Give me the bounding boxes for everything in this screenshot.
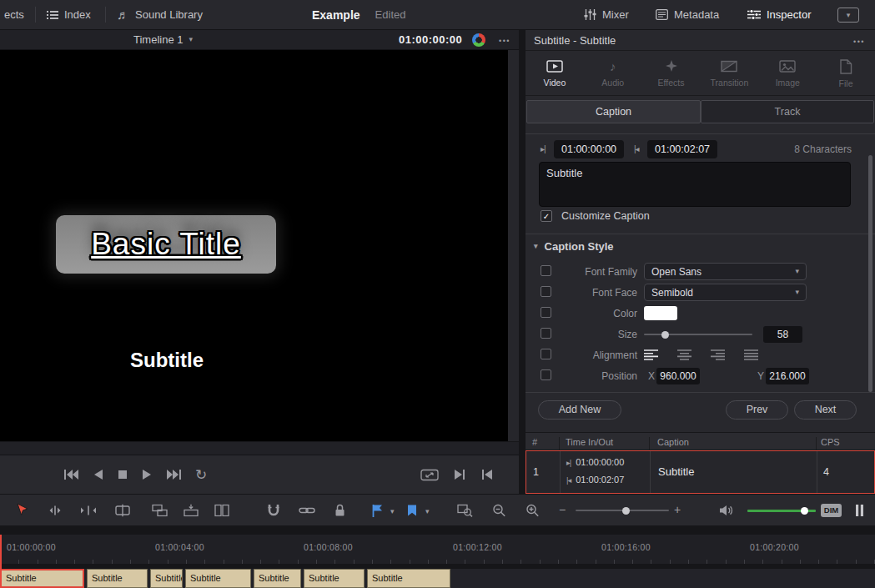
volume-slider-knob[interactable] bbox=[801, 507, 808, 515]
viewer-options-menu[interactable]: ••• bbox=[499, 37, 510, 45]
image-icon bbox=[779, 59, 796, 73]
overwrite-clip-button[interactable] bbox=[184, 504, 199, 516]
color-checkbox[interactable] bbox=[541, 307, 551, 318]
inspector-options-menu[interactable]: ••• bbox=[853, 38, 865, 46]
video-canvas[interactable]: Basic Title Subtitle bbox=[0, 50, 508, 441]
audio-monitor-button[interactable] bbox=[719, 505, 733, 516]
snapping-button[interactable] bbox=[267, 504, 280, 517]
position-lock-button[interactable] bbox=[334, 504, 346, 517]
align-right-button[interactable] bbox=[711, 349, 725, 360]
replace-clip-button[interactable] bbox=[214, 504, 229, 516]
font-face-select[interactable]: Semibold ▾ bbox=[644, 284, 807, 301]
first-frame-button[interactable] bbox=[63, 469, 79, 480]
inspector-panel-toggle[interactable]: Inspector bbox=[747, 0, 811, 29]
position-y-field[interactable]: 216.000 bbox=[766, 368, 809, 384]
customize-caption-row: ✓ Customize Caption bbox=[541, 210, 650, 222]
metadata-label: Metadata bbox=[674, 8, 719, 21]
time-in-field[interactable]: 01:00:00:00 bbox=[554, 140, 624, 158]
davinci-resolve-window: ects Index ♬ Sound Library Example Edite… bbox=[0, 0, 875, 588]
effects-panel-toggle[interactable]: ects bbox=[4, 0, 24, 29]
caption-table-row-selected[interactable]: 1 ▸| 01:00:00:00 |◂ 01:00:02:07 Subtitle… bbox=[526, 450, 875, 494]
align-center-button[interactable] bbox=[677, 349, 691, 360]
prev-button[interactable]: Prev bbox=[726, 400, 788, 420]
color-swatch[interactable] bbox=[644, 306, 677, 320]
full-extent-zoom-button[interactable] bbox=[457, 504, 473, 517]
zoom-slider-plus[interactable]: + bbox=[674, 504, 681, 515]
subtitle-clip[interactable]: Subtitle bbox=[254, 569, 301, 588]
inspector-header: Subtitle - Subtitle ••• bbox=[526, 30, 875, 51]
inspector-scrollbar-thumb[interactable] bbox=[868, 155, 872, 392]
panel-dropdown-icon[interactable]: ▾ bbox=[837, 8, 859, 23]
subtitle-clip[interactable]: Subtitle bbox=[367, 569, 450, 588]
sound-library-toggle[interactable]: ♬ Sound Library bbox=[117, 0, 203, 29]
stop-button[interactable] bbox=[118, 470, 128, 480]
blade-edit-mode-button[interactable] bbox=[115, 504, 130, 516]
font-face-checkbox[interactable] bbox=[541, 286, 551, 297]
tab-image[interactable]: Image bbox=[763, 59, 812, 88]
dynamic-trim-mode-button[interactable] bbox=[80, 504, 97, 516]
insert-clip-button[interactable] bbox=[152, 504, 168, 516]
next-button[interactable]: Next bbox=[794, 400, 857, 420]
tim eline-selector[interactable]: Timeline 1 ▾ bbox=[133, 33, 193, 46]
zoom-slider-minus[interactable]: − bbox=[559, 504, 566, 515]
add-marker-button[interactable] bbox=[407, 504, 417, 516]
caption-text-input[interactable]: Subtitle bbox=[539, 162, 851, 207]
size-value-field[interactable]: 58 bbox=[763, 326, 802, 343]
font-family-select[interactable]: Open Sans ▾ bbox=[644, 263, 807, 280]
flag-color-dropdown[interactable]: ▾ bbox=[390, 507, 395, 515]
detail-zoom-button[interactable] bbox=[492, 504, 506, 517]
caption-table-header: # Time In/Out Caption CPS bbox=[526, 432, 875, 450]
marker-color-dropdown[interactable]: ▾ bbox=[425, 507, 430, 515]
font-family-checkbox[interactable] bbox=[541, 265, 551, 276]
alignment-checkbox[interactable] bbox=[541, 349, 551, 359]
position-row: Position X 960.000 Y 216.000 bbox=[526, 366, 875, 386]
selection-tool-button[interactable] bbox=[15, 503, 28, 518]
time-out-field[interactable]: 01:00:02:07 bbox=[647, 140, 717, 158]
tab-effects[interactable]: Effects bbox=[647, 59, 696, 88]
position-checkbox[interactable] bbox=[541, 369, 551, 380]
index-panel-toggle[interactable]: Index bbox=[47, 0, 91, 29]
dim-audio-button[interactable]: DIM bbox=[821, 504, 842, 517]
subtitle-clip-selected[interactable]: Subtitle bbox=[0, 569, 84, 588]
size-checkbox[interactable] bbox=[541, 328, 551, 339]
tab-video[interactable]: Video bbox=[531, 59, 579, 88]
subtitle-clip[interactable]: Subtitle bbox=[185, 569, 251, 588]
skip-back-icon[interactable] bbox=[480, 469, 494, 480]
timeline-view-options-button[interactable] bbox=[854, 504, 865, 517]
size-slider-knob[interactable] bbox=[661, 331, 669, 339]
trim-edit-mode-button[interactable] bbox=[47, 504, 63, 516]
skip-forward-icon[interactable] bbox=[453, 469, 466, 480]
caption-style-section-header[interactable]: ▾ Caption Style bbox=[534, 240, 614, 253]
flag-clip-button[interactable] bbox=[371, 504, 384, 517]
add-new-button[interactable]: Add New bbox=[538, 400, 621, 420]
playhead[interactable] bbox=[0, 535, 2, 588]
zoom-slider-knob[interactable] bbox=[622, 507, 630, 515]
subtitle-clip[interactable]: Subtitle bbox=[150, 569, 183, 588]
size-slider[interactable] bbox=[644, 334, 752, 335]
mixer-panel-toggle[interactable]: Mixer bbox=[584, 0, 629, 29]
metadata-panel-toggle[interactable]: Metadata bbox=[656, 0, 719, 29]
last-frame-button[interactable] bbox=[166, 469, 182, 480]
viewer-timecode[interactable]: 01:00:00:00 bbox=[399, 33, 462, 46]
subtitle-clip[interactable]: Subtitle bbox=[87, 569, 148, 588]
play-reverse-button[interactable] bbox=[93, 469, 104, 480]
loop-playback-button[interactable]: ↻ bbox=[195, 468, 207, 482]
tab-transition[interactable]: Transition bbox=[705, 59, 753, 88]
customize-caption-checkbox[interactable]: ✓ bbox=[541, 210, 552, 222]
resize-viewer-icon[interactable] bbox=[420, 469, 439, 481]
zoom-slider[interactable] bbox=[576, 510, 669, 511]
volume-slider[interactable] bbox=[747, 510, 816, 512]
subtab-caption[interactable]: Caption bbox=[526, 100, 701, 123]
custom-zoom-button[interactable] bbox=[526, 504, 540, 517]
timeline-ruler[interactable]: 01:00:00:00 01:00:04:00 01:00:08:00 01:0… bbox=[0, 535, 875, 564]
align-left-button[interactable] bbox=[644, 349, 658, 360]
align-justify-button[interactable] bbox=[744, 349, 758, 360]
tab-file[interactable]: File bbox=[822, 59, 870, 88]
sync-status-icon[interactable] bbox=[472, 33, 485, 47]
subtab-track[interactable]: Track bbox=[701, 100, 874, 123]
play-button[interactable] bbox=[141, 469, 153, 480]
tab-audio[interactable]: ♪ Audio bbox=[589, 59, 637, 88]
subtitle-clip[interactable]: Subtitle bbox=[304, 569, 365, 588]
linked-selection-button[interactable] bbox=[299, 505, 315, 515]
position-x-field[interactable]: 960.000 bbox=[656, 368, 700, 384]
